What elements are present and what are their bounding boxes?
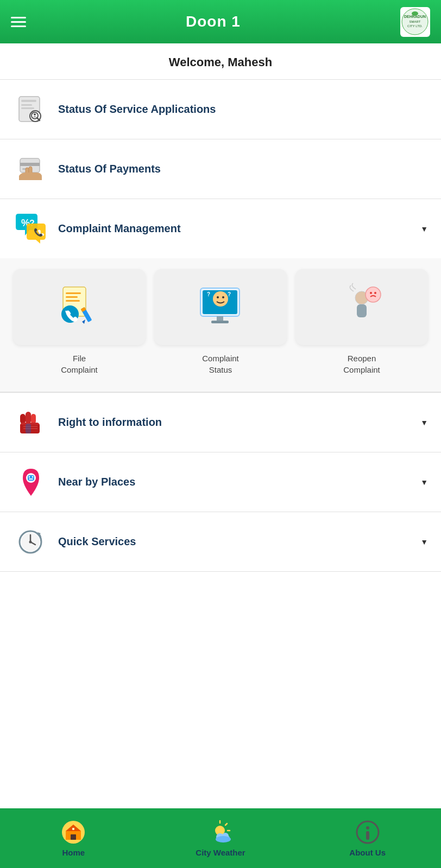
- svg-rect-34: [217, 316, 223, 321]
- svg-rect-35: [211, 321, 229, 323]
- welcome-text: Welcome, Mahesh: [0, 43, 441, 80]
- svg-point-29: [213, 291, 228, 307]
- file-complaint-card[interactable]: [13, 269, 146, 345]
- svg-text:?: ?: [228, 291, 231, 297]
- svg-rect-6: [21, 100, 36, 102]
- svg-text:?: ?: [207, 291, 210, 297]
- svg-point-71: [216, 836, 231, 843]
- menu-button[interactable]: [11, 17, 26, 27]
- file-complaint-label: FileComplaint: [13, 353, 146, 375]
- nearby-places-item[interactable]: Near by Places ▼: [0, 452, 441, 512]
- svg-rect-8: [21, 107, 34, 109]
- complaint-chevron-icon: ▼: [420, 225, 428, 233]
- weather-nav-label: City Weather: [196, 848, 245, 857]
- svg-point-12: [34, 113, 36, 116]
- home-icon: [61, 820, 86, 845]
- complaint-submenu: ? ?: [0, 258, 441, 392]
- complaint-status-label: ComplaintStatus: [154, 353, 287, 375]
- svg-point-30: [217, 296, 219, 298]
- nearby-icon: [13, 464, 48, 500]
- weather-icon: [208, 820, 233, 845]
- service-applications-label: Status Of Service Applications: [58, 103, 428, 116]
- complaint-icon: % ? 📞: [13, 211, 48, 246]
- reopen-complaint-card[interactable]: [295, 269, 428, 345]
- home-nav-label: Home: [62, 848, 85, 857]
- about-nav-label: About Us: [349, 848, 386, 857]
- svg-rect-22: [66, 300, 80, 302]
- complaint-grid: ? ?: [13, 269, 428, 345]
- nav-about-us[interactable]: About Us: [294, 820, 441, 857]
- complaint-management-label: Complaint Management: [58, 222, 420, 235]
- bottom-navigation: Home City Weather: [0, 808, 441, 868]
- svg-point-40: [374, 292, 376, 294]
- quick-services-icon: [13, 524, 48, 559]
- svg-marker-25: [82, 320, 85, 324]
- svg-point-38: [366, 287, 381, 302]
- payments-label: Status Of Payments: [58, 163, 428, 175]
- svg-rect-7: [21, 104, 32, 106]
- rti-chevron-icon: ▼: [420, 418, 428, 427]
- svg-point-31: [222, 296, 224, 298]
- svg-rect-21: [66, 296, 78, 298]
- svg-text:CITY LTD.: CITY LTD.: [408, 24, 423, 28]
- svg-rect-63: [72, 828, 74, 830]
- svg-text:📞: 📞: [34, 228, 43, 237]
- payment-icon: [13, 151, 48, 187]
- svg-point-4: [412, 11, 418, 16]
- svg-rect-49: [28, 475, 34, 481]
- svg-point-73: [366, 826, 369, 829]
- svg-rect-41: [26, 412, 31, 424]
- svg-text:SMART: SMART: [410, 20, 421, 23]
- svg-rect-20: [66, 292, 81, 294]
- svg-rect-74: [366, 831, 369, 840]
- main-content: Welcome, Mahesh Status Of Service Applic…: [0, 43, 441, 808]
- svg-point-50: [28, 476, 30, 477]
- nearby-chevron-icon: ▼: [420, 478, 428, 487]
- service-icon: [13, 92, 48, 127]
- quick-services-item[interactable]: Quick Services ▼: [0, 512, 441, 572]
- app-title: Doon 1: [186, 13, 241, 30]
- svg-line-66: [225, 824, 227, 825]
- svg-point-51: [32, 476, 33, 477]
- about-icon: [355, 820, 380, 845]
- right-to-information-item[interactable]: Right to information ▼: [0, 393, 441, 452]
- svg-rect-42: [31, 414, 36, 424]
- complaint-labels: FileComplaint ComplaintStatus ReopenComp…: [13, 353, 428, 375]
- svg-rect-37: [357, 304, 367, 317]
- app-header: Doon 1 DEHRADUN SMART CITY LTD.: [0, 0, 441, 43]
- status-payments-item[interactable]: Status Of Payments: [0, 139, 441, 199]
- svg-rect-62: [71, 834, 76, 840]
- reopen-complaint-label: ReopenComplaint: [295, 353, 428, 375]
- rti-label: Right to information: [58, 416, 420, 429]
- complaint-status-card[interactable]: ? ?: [154, 269, 287, 345]
- rti-icon: [13, 405, 48, 440]
- complaint-management-item[interactable]: % ? 📞 Complaint Management ▼: [0, 199, 441, 258]
- svg-rect-47: [26, 424, 31, 433]
- nearby-label: Near by Places: [58, 476, 420, 488]
- svg-rect-43: [20, 414, 26, 424]
- svg-point-57: [29, 541, 32, 544]
- nav-city-weather[interactable]: City Weather: [147, 820, 294, 857]
- status-service-applications-item[interactable]: Status Of Service Applications: [0, 80, 441, 139]
- quick-services-label: Quick Services: [58, 535, 420, 548]
- svg-point-39: [370, 292, 372, 294]
- svg-rect-52: [29, 478, 33, 480]
- nav-home[interactable]: Home: [0, 820, 147, 857]
- app-logo: DEHRADUN SMART CITY LTD.: [400, 7, 430, 37]
- svg-rect-14: [20, 163, 40, 166]
- quick-services-chevron-icon: ▼: [420, 538, 428, 546]
